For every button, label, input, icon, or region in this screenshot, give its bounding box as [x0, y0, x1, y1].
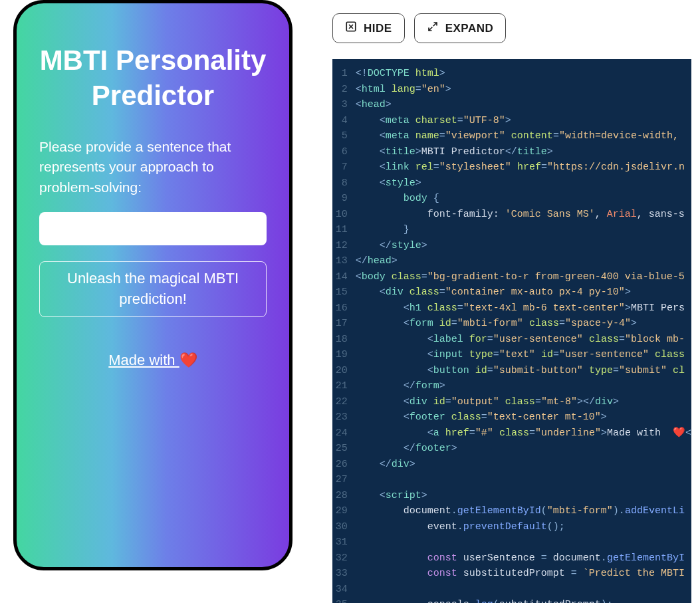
line-number: 30 — [332, 519, 348, 535]
line-number: 28 — [332, 488, 348, 504]
toolbar: HIDE EXPAND — [332, 13, 700, 43]
code-line[interactable]: <link rel="stylesheet" href="https://cdn… — [356, 160, 691, 176]
code-line[interactable] — [356, 472, 691, 488]
code-line[interactable] — [356, 582, 691, 598]
heart-icon: ❤️ — [179, 352, 197, 369]
line-number: 24 — [332, 425, 348, 441]
line-number: 16 — [332, 301, 348, 316]
code-line[interactable]: </head> — [356, 253, 691, 269]
code-line[interactable]: console.log(substitutedPrompt); — [356, 597, 691, 603]
code-line[interactable]: font-family: 'Comic Sans MS', Arial, san… — [356, 207, 691, 223]
code-editor[interactable]: 1234567891011121314151617181920212223242… — [332, 59, 691, 603]
code-line[interactable] — [356, 535, 691, 550]
line-number: 18 — [332, 332, 348, 348]
code-line[interactable]: <footer class="text-center mt-10"> — [356, 410, 691, 425]
line-number: 1 — [332, 66, 348, 82]
line-number: 21 — [332, 378, 348, 394]
line-number: 26 — [332, 457, 348, 473]
hide-label: HIDE — [364, 22, 392, 35]
line-number: 6 — [332, 144, 348, 160]
code-content[interactable]: <!DOCTYPE html><html lang="en"><head> <m… — [352, 59, 691, 603]
line-number: 35 — [332, 597, 348, 603]
close-square-icon — [345, 21, 357, 36]
line-number: 3 — [332, 97, 348, 113]
preview-device-frame: MBTI Personality Predictor Please provid… — [13, 0, 299, 578]
code-line[interactable]: <body class="bg-gradient-to-r from-green… — [356, 269, 691, 285]
line-number: 8 — [332, 176, 348, 191]
code-line[interactable]: </footer> — [356, 441, 691, 457]
line-number: 22 — [332, 394, 348, 410]
line-number: 19 — [332, 347, 348, 363]
code-line[interactable]: <h1 class="text-4xl mb-6 text-center">MB… — [356, 301, 691, 316]
code-line[interactable]: <meta charset="UTF-8"> — [356, 113, 691, 129]
code-line[interactable]: <div class="container mx-auto px-4 py-10… — [356, 285, 691, 301]
line-number: 25 — [332, 441, 348, 457]
expand-button[interactable]: EXPAND — [414, 13, 507, 43]
code-line[interactable]: <a href="#" class="underline">Made with … — [356, 425, 691, 441]
code-line[interactable]: <script> — [356, 488, 691, 504]
line-number: 34 — [332, 582, 348, 598]
submit-button[interactable]: Unleash the magical MBTI prediction! — [39, 261, 267, 317]
code-line[interactable]: <label for="user-sentence" class="block … — [356, 332, 691, 348]
line-number: 31 — [332, 535, 348, 550]
prompt-label: Please provide a sentence that represent… — [39, 137, 267, 197]
code-line[interactable]: event.preventDefault(); — [356, 519, 691, 535]
code-line[interactable]: </style> — [356, 238, 691, 254]
line-number: 27 — [332, 472, 348, 488]
line-number: 10 — [332, 207, 348, 223]
footer-text: Made with — [108, 352, 179, 368]
code-line[interactable]: <div id="output" class="mt-8"></div> — [356, 394, 691, 410]
line-number: 2 — [332, 82, 348, 98]
code-line[interactable]: <form id="mbti-form" class="space-y-4"> — [356, 316, 691, 332]
code-line[interactable]: <style> — [356, 176, 691, 191]
hide-button[interactable]: HIDE — [332, 13, 405, 43]
code-line[interactable]: <html lang="en"> — [356, 82, 691, 98]
code-line[interactable]: document.getElementById("mbti-form").add… — [356, 503, 691, 519]
line-number: 13 — [332, 253, 348, 269]
line-number: 4 — [332, 113, 348, 129]
code-line[interactable]: <meta name="viewport" content="width=dev… — [356, 128, 691, 144]
app-title: MBTI Personality Predictor — [39, 43, 267, 113]
line-number: 23 — [332, 410, 348, 425]
line-number: 29 — [332, 503, 348, 519]
expand-icon — [427, 21, 439, 36]
code-line[interactable]: </div> — [356, 457, 691, 473]
code-line[interactable]: <button id="submit-button" type="submit"… — [356, 363, 691, 379]
line-number: 17 — [332, 316, 348, 332]
sentence-input[interactable] — [39, 212, 267, 245]
line-number: 5 — [332, 128, 348, 144]
code-line[interactable]: <title>MBTI Predictor</title> — [356, 144, 691, 160]
expand-label: EXPAND — [445, 22, 494, 35]
line-number: 20 — [332, 363, 348, 379]
code-line[interactable]: const substitutedPrompt = `Predict the M… — [356, 566, 691, 582]
line-number-gutter: 1234567891011121314151617181920212223242… — [332, 59, 352, 603]
line-number: 14 — [332, 269, 348, 285]
made-with-link[interactable]: Made with ❤️ — [39, 352, 267, 369]
code-line[interactable]: </form> — [356, 378, 691, 394]
line-number: 12 — [332, 238, 348, 254]
code-line[interactable]: const userSentence = document.getElement… — [356, 550, 691, 566]
code-line[interactable]: } — [356, 222, 691, 238]
line-number: 33 — [332, 566, 348, 582]
code-line[interactable]: <!DOCTYPE html> — [356, 66, 691, 82]
line-number: 9 — [332, 191, 348, 207]
code-line[interactable]: body { — [356, 191, 691, 207]
line-number: 7 — [332, 160, 348, 176]
line-number: 15 — [332, 285, 348, 301]
preview-screen: MBTI Personality Predictor Please provid… — [13, 0, 292, 570]
code-line[interactable]: <input type="text" id="user-sentence" cl… — [356, 347, 691, 363]
line-number: 32 — [332, 550, 348, 566]
code-line[interactable]: <head> — [356, 97, 691, 113]
line-number: 11 — [332, 222, 348, 238]
